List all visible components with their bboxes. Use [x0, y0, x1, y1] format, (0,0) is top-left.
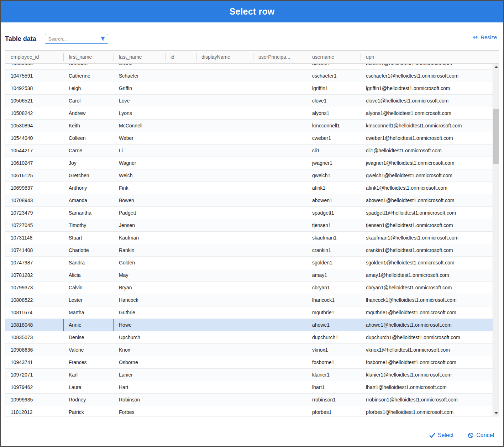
cell-filler [482, 82, 493, 95]
cell-filler [482, 282, 493, 294]
cell-upn: cli1@helloidtest1.onmicrosoft.com [361, 144, 482, 157]
scroll-up-button[interactable] [493, 64, 499, 70]
cell-last_name: Guthrie [114, 306, 165, 319]
table-row[interactable]: 10475591CatherineSchaefercschaefer1cscha… [5, 70, 493, 82]
table-row[interactable]: 10731148StuartKaufmanskaufman1skaufman1@… [5, 232, 493, 244]
table-row[interactable]: 10908636ValerieKnoxvknox1vknox1@helloidt… [5, 344, 493, 356]
column-header-displayName[interactable]: displayName [196, 51, 253, 63]
cell-filler [482, 394, 493, 406]
cell-userPrincipalName [253, 182, 307, 194]
cell-id [165, 257, 196, 269]
cell-upn: lhancock1@helloidtest1.onmicrosoft.com [361, 294, 482, 306]
column-header-userPrincipalName[interactable]: userPrincipa... [253, 51, 307, 63]
cell-last_name: Bryan [114, 282, 165, 294]
vertical-scrollbar[interactable] [493, 64, 499, 416]
cancel-button[interactable]: Cancel [468, 432, 494, 438]
cell-username: sgolden1 [307, 257, 361, 269]
cell-displayName [196, 144, 253, 157]
cell-upn: abowen1@helloidtest1.onmicrosoft.com [361, 194, 482, 207]
cell-filler [482, 107, 493, 120]
table-row[interactable]: 10544217CarrieLicli1cli1@helloidtest1.on… [5, 144, 493, 157]
cell-first_name: Catherine [63, 70, 114, 82]
cell-username: mguthrie1 [307, 306, 361, 319]
table-row[interactable]: 11012012PatrickForbespforbes1pforbes1@he… [5, 406, 493, 416]
cell-id [165, 107, 196, 120]
table-body: 10459459BrandonCranebcrane1bcrane1@hello… [5, 64, 493, 416]
table-row[interactable]: 10943741FrancesOsbornefosborne1fosborne1… [5, 356, 493, 369]
table-row[interactable]: 10708943AmandaBowenabowen1abowen1@helloi… [5, 194, 493, 207]
table-row-selected[interactable]: 10818048AnnieHoweahowe1ahowe1@helloidtes… [5, 319, 493, 331]
cell-first_name: Denise [63, 331, 114, 344]
table-row[interactable]: 10616125GretchenWelchgwelch1gwelch1@hell… [5, 169, 493, 182]
cell-last_name: Bowen [114, 194, 165, 207]
cell-displayName [196, 294, 253, 306]
filter-funnel-icon[interactable] [100, 36, 106, 42]
cell-employee_id: 10943741 [5, 356, 63, 369]
cell-filler [482, 381, 493, 394]
scrollbar-thumb[interactable] [493, 109, 499, 164]
table-row[interactable]: 10459459BrandonCranebcrane1bcrane1@hello… [5, 64, 493, 70]
scroll-down-button[interactable] [493, 410, 499, 416]
cell-id [165, 356, 196, 369]
cell-upn: spadgett1@helloidtest1.onmicrosoft.com [361, 207, 482, 219]
table-row[interactable]: 10741408CharlotteRankincrankin1crankin1@… [5, 244, 493, 257]
table-row[interactable]: 10811674MarthaGuthriemguthrie1mguthrie1@… [5, 306, 493, 319]
cell-userPrincipalName [253, 344, 307, 356]
cell-userPrincipalName [253, 282, 307, 294]
table-row[interactable]: 10747987SandraGoldensgolden1sgolden1@hel… [5, 257, 493, 269]
cell-username: tjensen1 [307, 219, 361, 232]
resize-button[interactable]: Resize [472, 34, 497, 40]
select-button[interactable]: Select [429, 432, 453, 438]
cell-id [165, 232, 196, 244]
column-header-last_name[interactable]: last_name [114, 51, 165, 63]
cell-username: pforbes1 [307, 406, 361, 416]
cell-userPrincipalName [253, 306, 307, 319]
table-row[interactable]: 10508242AndrewLyonsalyons1alyons1@helloi… [5, 107, 493, 120]
cell-userPrincipalName [253, 319, 307, 331]
table-row[interactable]: 10610247JoyWagnerjwagner1jwagner1@helloi… [5, 157, 493, 169]
cell-id [165, 207, 196, 219]
column-header-employee_id[interactable]: employee_id [5, 51, 63, 63]
table-row[interactable]: 10506521CarolLoveclove1clove1@helloidtes… [5, 95, 493, 107]
table-row[interactable]: 10979462LauraHartlhart1lhart1@helloidtes… [5, 381, 493, 394]
cell-username: lhart1 [307, 381, 361, 394]
cell-upn: gwelch1@helloidtest1.onmicrosoft.com [361, 169, 482, 182]
column-header-upn[interactable]: upn [361, 51, 482, 63]
column-header-id[interactable]: id [165, 51, 196, 63]
cell-displayName [196, 207, 253, 219]
cell-displayName [196, 406, 253, 416]
cell-displayName [196, 107, 253, 120]
column-header-first_name[interactable]: first_name [63, 51, 114, 63]
cell-employee_id: 10781282 [5, 269, 63, 282]
cell-filler [482, 219, 493, 232]
table-row[interactable]: 10492538LeighGriffinlgriffin1lgriffin1@h… [5, 82, 493, 95]
focused-cell[interactable]: Annie [63, 319, 114, 331]
table-row[interactable]: 10727045TimothyJensentjensen1tjensen1@he… [5, 219, 493, 232]
table-row[interactable]: 10781282AliciaMayamay1amay1@helloidtest1… [5, 269, 493, 282]
search-box [45, 34, 108, 44]
table-row[interactable]: 10835073DeniseUpchurchdupchurch1dupchurc… [5, 331, 493, 344]
table-row[interactable]: 10999935RodneyRobinsonrrobinson1rrobinso… [5, 394, 493, 406]
cell-upn: amay1@helloidtest1.onmicrosoft.com [361, 269, 482, 282]
column-header-username[interactable]: username [307, 51, 361, 63]
cell-filler [482, 369, 493, 381]
dialog-titlebar: Select row [1, 1, 503, 22]
table-row[interactable]: 10808522LesterHancocklhancock1lhancock1@… [5, 294, 493, 306]
table-row[interactable]: 10544040ColleenWebercweber1cweber1@hello… [5, 132, 493, 144]
table-row[interactable]: 10799373CalvinBryancbryan1cbryan1@helloi… [5, 282, 493, 294]
cell-username: skaufman1 [307, 232, 361, 244]
table-row[interactable]: 10530894KeithMcConnellkmcconnell1kmcconn… [5, 120, 493, 132]
cell-employee_id: 11012012 [5, 406, 63, 416]
cell-displayName [196, 257, 253, 269]
search-input[interactable] [48, 36, 100, 42]
cell-filler [482, 244, 493, 257]
table-row[interactable]: 10972071KarlLanierklanier1klanier1@hello… [5, 369, 493, 381]
cell-username: abowen1 [307, 194, 361, 207]
cell-last_name: Howe [114, 319, 165, 331]
cell-displayName [196, 169, 253, 182]
cell-filler [482, 207, 493, 219]
table-row[interactable]: 10699837AnthonyFinkafink1afink1@helloidt… [5, 182, 493, 194]
cell-last_name: Wagner [114, 157, 165, 169]
cell-displayName [196, 244, 253, 257]
table-row[interactable]: 10723479SamanthaPadgettspadgett1spadgett… [5, 207, 493, 219]
